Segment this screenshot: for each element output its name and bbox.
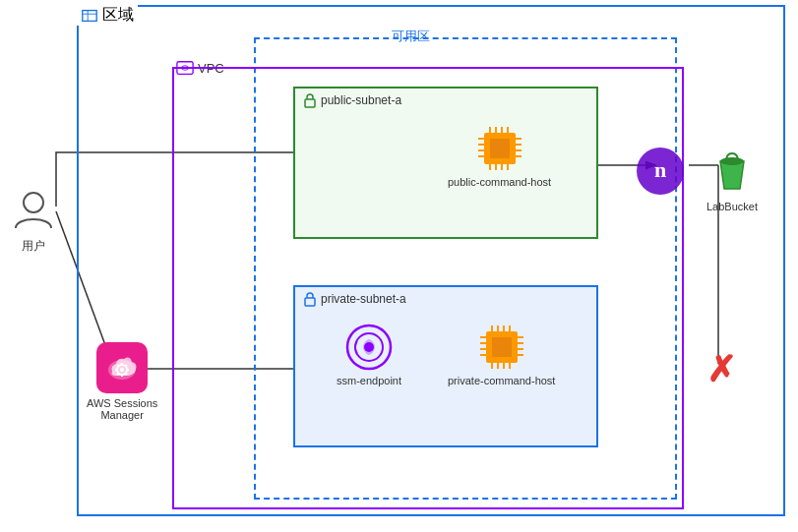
svg-line-59 [117,365,118,366]
diagram-container: 区域 可用区 VPC public-subnet-a [0,0,798,532]
s3-bucket-label: LabBucket [706,201,758,212]
svg-text:n: n [654,157,666,182]
svg-rect-28 [490,139,510,158]
svg-rect-10 [305,99,315,107]
region-icon [81,7,98,25]
public-ec2-icon [474,123,525,174]
private-ec2-icon [476,322,527,373]
sessions-manager-area: AWS Sessions Manager [87,342,157,421]
ssm-endpoint-label: ssm-endpoint [337,375,401,386]
public-ec2-node: public-command-host [448,123,551,188]
public-subnet-label-row: public-subnet-a [295,89,596,112]
sessions-manager-line1: AWS Sessions [87,397,157,409]
s3-bucket-icon [706,148,758,199]
public-subnet-box: public-subnet-a [293,87,598,239]
s3-bucket-area: LabBucket [706,148,758,212]
sessions-manager-svg [104,350,140,385]
private-subnet-lock-icon [303,291,317,307]
svg-point-32 [364,342,374,352]
user-icon [10,187,57,234]
private-subnet-label-row: private-subnet-a [295,287,596,311]
red-x-symbol: ✗ [706,349,736,389]
ssm-endpoint-icon [343,322,395,373]
sessions-manager-label: AWS Sessions Manager [87,397,157,421]
private-ec2-node: private-command-host [448,322,555,386]
svg-line-61 [126,365,127,366]
nginx-icon-area: n [635,146,686,197]
public-subnet-lock-icon [303,92,317,108]
user-area: 用户 [10,187,57,255]
sessions-manager-icon [96,342,148,393]
svg-line-62 [117,374,118,375]
nginx-icon: n [635,146,686,197]
svg-point-54 [120,368,124,372]
public-subnet-label: public-subnet-a [321,93,401,107]
region-text: 区域 [102,5,134,26]
region-label: 区域 [77,5,138,26]
svg-point-65 [720,157,744,165]
svg-line-60 [126,374,127,375]
svg-rect-50 [492,337,512,357]
sessions-manager-line2: Manager [100,409,143,421]
private-ec2-label: private-command-host [448,375,555,386]
svg-rect-29 [305,298,315,306]
private-subnet-box: private-subnet-a ssm-endpoint [293,285,598,447]
svg-point-51 [24,193,43,212]
private-subnet-label: private-subnet-a [321,292,406,306]
user-label: 用户 [22,238,45,255]
public-ec2-label: public-command-host [448,176,551,188]
ssm-endpoint-node: ssm-endpoint [337,322,401,386]
red-x: ✗ [706,349,736,390]
svg-rect-6 [83,10,96,21]
